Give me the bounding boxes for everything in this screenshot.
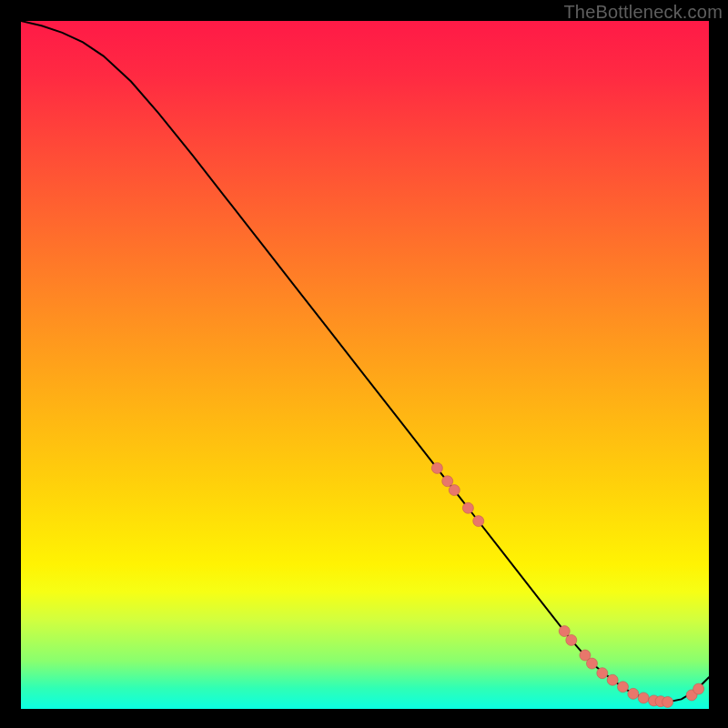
attribution-label: TheBottleneck.com bbox=[563, 2, 723, 23]
plot-area bbox=[21, 21, 709, 709]
bottleneck-curve-path bbox=[21, 21, 709, 702]
data-marker bbox=[449, 485, 460, 496]
chart-root: TheBottleneck.com bbox=[0, 0, 728, 728]
data-marker bbox=[586, 658, 597, 669]
data-marker bbox=[628, 688, 639, 699]
data-marker bbox=[607, 674, 618, 685]
data-marker bbox=[566, 634, 577, 645]
data-marker bbox=[662, 696, 673, 707]
data-marker bbox=[618, 682, 629, 693]
marker-layer bbox=[431, 462, 703, 707]
data-marker bbox=[462, 502, 473, 513]
curve-layer bbox=[21, 21, 709, 702]
data-marker bbox=[431, 462, 442, 473]
data-marker bbox=[442, 476, 453, 487]
data-marker bbox=[597, 668, 608, 679]
data-marker bbox=[693, 683, 704, 694]
chart-svg bbox=[21, 21, 709, 709]
data-marker bbox=[638, 693, 649, 703]
data-marker bbox=[473, 516, 484, 527]
data-marker bbox=[559, 626, 570, 637]
